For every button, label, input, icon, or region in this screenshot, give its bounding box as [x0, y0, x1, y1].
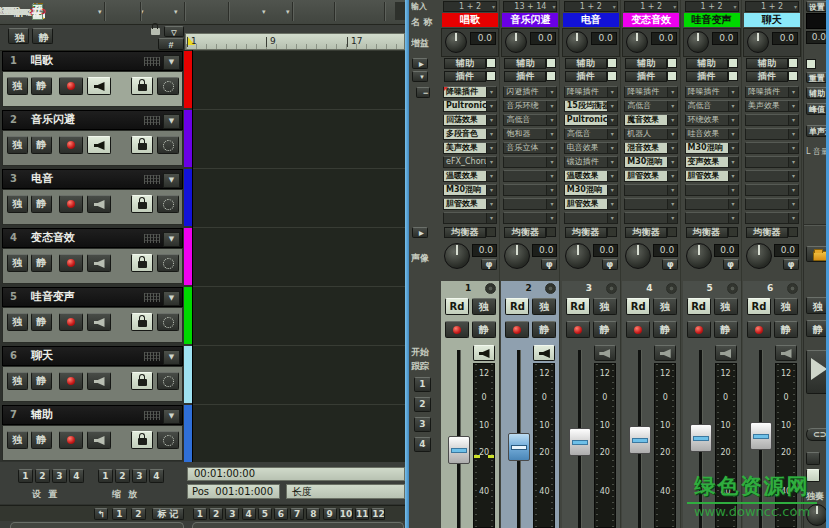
plugin-slot-empty[interactable]: ▾ [503, 212, 557, 224]
plugin-slot-empty[interactable]: ▾ [503, 184, 557, 196]
phase-button[interactable]: φ [602, 259, 618, 270]
settings-button-2[interactable]: 2 [35, 469, 50, 483]
record-ready-button[interactable]: Rd [626, 298, 650, 315]
plugin-slot-empty[interactable]: ▾ [503, 156, 557, 168]
phase-button[interactable]: φ [481, 259, 497, 270]
track-lock-button[interactable] [131, 136, 153, 154]
plugin-slot-empty[interactable]: ▾ [745, 170, 799, 182]
plugin-slot-empty[interactable]: ▾ [624, 184, 678, 196]
meter-monitor-button[interactable] [775, 345, 797, 361]
plugin-slot-empty[interactable]: ▾ [745, 198, 799, 210]
plugin-slot[interactable]: 机器人▾ [624, 128, 678, 140]
track-name-row[interactable]: 4变态音效▼ [2, 228, 183, 248]
meter-monitor-button[interactable] [715, 345, 737, 361]
dropdown-arrow-icon[interactable]: ▾ [174, 8, 178, 16]
plugin-slot-empty[interactable]: ▾ [443, 212, 497, 224]
track-freeze-button[interactable] [157, 136, 179, 154]
range-button-3[interactable]: 3 [225, 508, 239, 520]
gain-knob[interactable] [747, 31, 769, 53]
plugin-slot[interactable]: 高低音▾ [564, 128, 618, 140]
plugin-slot[interactable]: PultronicEQ▾ [564, 114, 618, 126]
fader-handle[interactable] [690, 424, 712, 452]
record-ready-button[interactable]: Rd [445, 298, 469, 315]
plugins-led[interactable] [728, 71, 738, 81]
aux-led[interactable] [546, 58, 556, 68]
track-record-button[interactable] [59, 431, 83, 449]
settings-button-3[interactable]: 3 [52, 469, 67, 483]
zoom-button-2[interactable]: 2 [115, 469, 130, 483]
aux-led[interactable] [728, 58, 738, 68]
folder-button[interactable] [806, 246, 828, 262]
plugin-slot-empty[interactable]: ▾ [745, 156, 799, 168]
input-select[interactable]: 1 + 2▾ [443, 1, 497, 12]
track-dropdown-button[interactable]: ▼ [163, 409, 180, 424]
channel-record-button[interactable] [445, 321, 469, 338]
plugins-led[interactable] [546, 71, 556, 81]
track-freeze-button[interactable] [157, 372, 179, 390]
phase-button[interactable]: φ [541, 259, 557, 270]
zoom-button-3[interactable]: 3 [132, 469, 147, 483]
plugin-slot[interactable]: M30混响▾ [564, 184, 618, 196]
master-aux-led[interactable] [806, 59, 816, 69]
target-icon[interactable] [485, 283, 496, 294]
marker-button[interactable]: 标 记 [152, 508, 184, 520]
eq-row-button[interactable]: 均衡器 [565, 227, 607, 238]
range-button-6[interactable]: 6 [274, 508, 288, 520]
track-dropdown-button[interactable]: ▼ [163, 173, 180, 188]
track-lock-button[interactable] [131, 431, 153, 449]
plugin-slot[interactable]: 混音效果▾ [624, 142, 678, 154]
plugin-slot[interactable]: 美声效果▾ [443, 142, 497, 154]
track-monitor-button[interactable] [87, 195, 111, 213]
plugins-led[interactable] [486, 71, 496, 81]
zoom-button-1[interactable]: 1 [98, 469, 113, 483]
snapshot-button-4[interactable]: 4 [414, 437, 431, 452]
track-solo-button[interactable]: 独 [7, 372, 28, 390]
gain-knob[interactable] [566, 31, 588, 53]
plugin-slot[interactable]: 降噪插件▾ [564, 86, 618, 98]
target-icon[interactable] [666, 283, 677, 294]
dropdown-arrow-icon[interactable]: ▾ [286, 8, 290, 16]
track-lock-button[interactable] [131, 195, 153, 213]
plugin-slot-empty[interactable]: ▾ [745, 114, 799, 126]
fader-handle[interactable] [750, 422, 772, 450]
eq-led[interactable] [728, 227, 738, 237]
track-record-button[interactable] [59, 77, 83, 95]
track-name-row[interactable]: 6聊天▼ [2, 346, 183, 366]
peak-button[interactable]: 峰值 [806, 103, 829, 115]
snapshot-button-1[interactable]: 1 [414, 377, 431, 392]
plugins-led[interactable] [788, 71, 798, 81]
track-name-row[interactable]: 2音乐闪避▼ [2, 110, 183, 130]
plugin-slot[interactable]: 降噪插件▾ [745, 86, 799, 98]
position-field[interactable]: Pos 001:01:000 [187, 484, 280, 499]
setup-button[interactable]: 设置 [806, 1, 829, 12]
plugin-slot-empty[interactable]: ▾ [685, 198, 739, 210]
track-name-row[interactable]: 5哇音变声▼ [2, 287, 183, 307]
length-field[interactable]: 长度 [286, 484, 405, 499]
master-mute-button[interactable]: 静 [806, 320, 828, 337]
meter-monitor-button[interactable] [654, 345, 676, 361]
track-lock-button[interactable] [131, 254, 153, 272]
plugins-collapse-button[interactable]: ▼ [412, 71, 428, 82]
dropdown-arrow-icon[interactable]: ▾ [262, 8, 266, 16]
plugin-slot[interactable]: PultronicEQ▾ [443, 100, 497, 112]
dropdown-arrow-icon[interactable]: ▾ [98, 8, 102, 16]
track-mute-button[interactable]: 静 [31, 254, 52, 272]
target-icon[interactable] [727, 283, 738, 294]
plugin-slot[interactable]: 胆管效果▾ [624, 170, 678, 182]
filter-dropdown[interactable]: ▽ ▾ [164, 26, 184, 37]
plugin-slot[interactable]: 高低音▾ [685, 100, 739, 112]
eq-row-button[interactable]: 均衡器 [746, 227, 788, 238]
aux-led[interactable] [788, 58, 798, 68]
range-button-4[interactable]: 4 [242, 508, 256, 520]
eq-led[interactable] [546, 227, 556, 237]
channel-record-button[interactable] [747, 321, 771, 338]
grid-button[interactable]: left:347px;# [0, 2, 20, 21]
master-solo-button[interactable]: 独 [806, 297, 828, 314]
record-ready-button[interactable]: Rd [566, 298, 590, 315]
track-solo-button[interactable]: 独 [7, 254, 28, 272]
channel-solo-button[interactable]: 独 [653, 298, 677, 315]
track-freeze-button[interactable] [157, 195, 179, 213]
reset-button[interactable]: 重置 [806, 72, 829, 83]
track-dropdown-button[interactable]: ▼ [163, 291, 180, 306]
fader-handle[interactable] [448, 436, 470, 464]
